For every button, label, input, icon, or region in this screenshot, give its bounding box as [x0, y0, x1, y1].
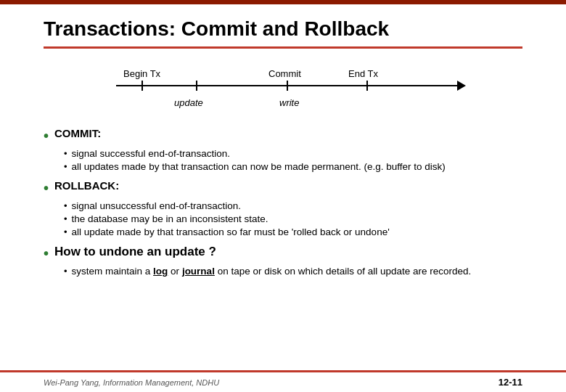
tick-begin — [142, 81, 143, 91]
sublabel-update: update — [174, 97, 203, 108]
undone-sub-1: • system maintain a log or journal on ta… — [64, 266, 522, 277]
footer: Wei-Pang Yang, Information Management, N… — [0, 370, 566, 392]
footer-page: 12-11 — [499, 377, 522, 388]
undone-heading: • How to undone an update ? — [44, 245, 522, 262]
rollback-sub-3: • all update made by that transaction so… — [64, 226, 522, 237]
label-commit: Commit — [268, 68, 301, 79]
rollback-sub-dot-1: • — [64, 200, 67, 211]
commit-heading: • COMMIT: — [44, 127, 522, 144]
commit-sub-1: • signal successful end-of-transaction. — [64, 148, 522, 159]
rollback-dot: • — [44, 179, 49, 197]
rollback-sub-dot-3: • — [64, 226, 67, 237]
commit-sub-text-2: all updates made by that transaction can… — [72, 161, 446, 172]
sublabel-write: write — [279, 97, 299, 108]
timeline-line — [116, 85, 464, 86]
slide-title: Transactions: Commit and Rollback — [0, 4, 566, 46]
label-begin-tx: Begin Tx — [123, 68, 160, 79]
rollback-sub-text-3: all update made by that transaction so f… — [72, 226, 390, 237]
rollback-section: • ROLLBACK: • signal unsuccessful end-of… — [44, 179, 522, 237]
undone-sub-dot-1: • — [64, 266, 67, 277]
tick-write — [287, 81, 288, 91]
rollback-sub-text-2: the database may be in an inconsistent s… — [72, 213, 268, 224]
rollback-sub-1: • signal unsuccessful end-of-transaction… — [64, 200, 522, 211]
commit-label: COMMIT: — [54, 127, 101, 139]
undone-dot: • — [44, 245, 49, 262]
tick-end — [366, 81, 368, 91]
slide: Transactions: Commit and Rollback Begin … — [0, 0, 566, 392]
content-area: • COMMIT: • signal successful end-of-tra… — [0, 127, 566, 277]
commit-sub-2: • all updates made by that transaction c… — [64, 161, 522, 172]
undone-sub-text-1: system maintain a log or journal on tape… — [72, 266, 472, 277]
tick-update — [196, 81, 197, 91]
commit-sub-dot-2: • — [64, 161, 67, 172]
undone-label: How to undone an update ? — [54, 245, 216, 259]
rollback-sub-2: • the database may be in an inconsistent… — [64, 213, 522, 224]
label-end-tx: End Tx — [348, 68, 378, 79]
journal-text: journal — [182, 266, 215, 277]
red-divider — [44, 46, 522, 49]
commit-sub-dot-1: • — [64, 148, 67, 159]
timeline: Begin Tx Commit End Tx update write — [102, 65, 464, 115]
rollback-heading: • ROLLBACK: — [44, 179, 522, 197]
rollback-sub-dot-2: • — [64, 213, 67, 224]
commit-section: • COMMIT: • signal successful end-of-tra… — [44, 127, 522, 172]
footer-author: Wei-Pang Yang, Information Management, N… — [44, 378, 219, 387]
commit-sub-text-1: signal successful end-of-transaction. — [72, 148, 230, 159]
log-text: log — [153, 266, 168, 277]
commit-dot: • — [44, 127, 49, 144]
rollback-label: ROLLBACK: — [54, 179, 119, 192]
undone-section: • How to undone an update ? • system mai… — [44, 245, 522, 277]
timeline-arrow — [457, 81, 466, 91]
timeline-diagram: Begin Tx Commit End Tx update write — [0, 63, 566, 115]
rollback-sub-text-1: signal unsuccessful end-of-transaction. — [72, 200, 241, 211]
